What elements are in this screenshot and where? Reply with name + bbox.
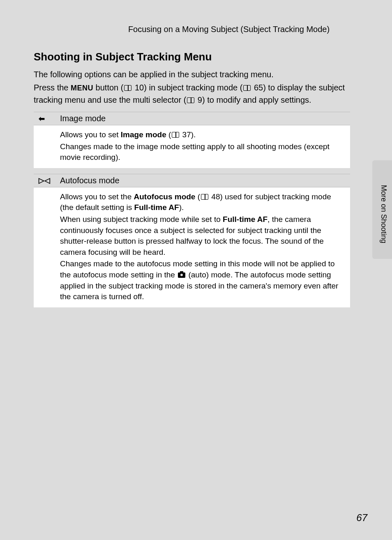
page-ref-icon — [243, 85, 251, 91]
autofocus-mode-icon: ▷◁ — [39, 176, 60, 185]
bold-text: Autofocus mode — [134, 192, 196, 201]
text: ). — [179, 203, 184, 212]
camera-icon — [178, 272, 185, 278]
bold-text: Image mode — [121, 130, 166, 139]
page-header: Focusing on a Moving Subject (Subject Tr… — [108, 25, 350, 34]
text: 37). — [180, 130, 196, 139]
text: When using subject tracking mode while s… — [60, 215, 223, 224]
option-label: Image mode — [60, 114, 106, 123]
option-label: Autofocus mode — [60, 176, 120, 185]
text: Press the — [34, 83, 71, 92]
page-number: 67 — [356, 512, 367, 524]
page-ref-icon — [124, 85, 131, 91]
bold-text: Full-time AF — [134, 203, 179, 212]
text: ( — [195, 192, 200, 201]
menu-button-label: MENU — [71, 84, 93, 92]
bold-text: Full-time AF — [223, 215, 267, 224]
image-mode-icon: ⬅ — [39, 114, 60, 123]
page-ref-icon — [172, 132, 179, 138]
text: Allows you to set — [60, 130, 121, 139]
option-header-autofocus-mode: ▷◁ Autofocus mode — [34, 174, 350, 187]
intro-paragraph-1: The following options can be applied in … — [34, 68, 350, 81]
option-body-autofocus-mode: Allows you to set the Autofocus mode ( 4… — [34, 187, 350, 307]
option-body-image-mode: Allows you to set Image mode ( 37). Chan… — [34, 125, 350, 168]
text: button ( — [93, 83, 123, 92]
text: ( — [166, 130, 171, 139]
option-header-image-mode: ⬅ Image mode — [34, 112, 350, 125]
page-ref-icon — [187, 97, 194, 103]
text: 9) to modify and apply settings. — [195, 95, 311, 104]
text: Changes made to the image mode setting a… — [60, 141, 345, 163]
section-title: Shooting in Subject Tracking Menu — [34, 51, 350, 63]
text: 10) in subject tracking mode ( — [132, 83, 242, 92]
side-section-label: More on Shooting — [379, 185, 388, 243]
page-ref-icon — [201, 194, 208, 200]
text: Allows you to set the — [60, 192, 134, 201]
page-content: Focusing on a Moving Subject (Subject Tr… — [34, 25, 350, 307]
intro-paragraph-2: Press the MENU button ( 10) in subject t… — [34, 81, 350, 106]
